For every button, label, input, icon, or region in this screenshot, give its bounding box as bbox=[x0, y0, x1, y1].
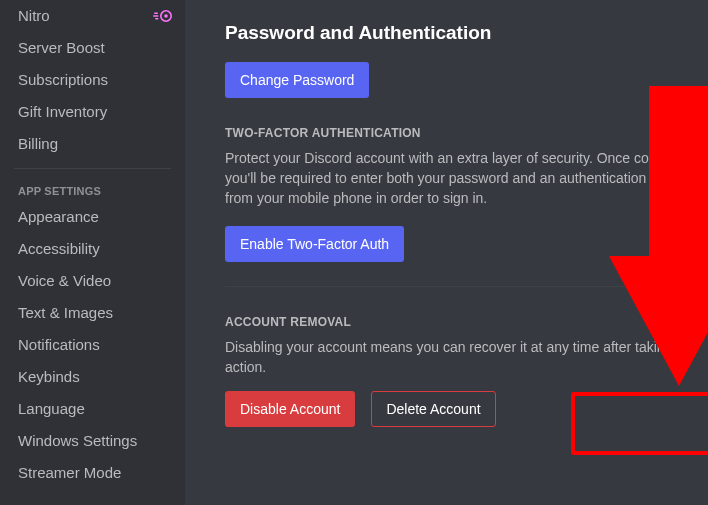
sidebar-item-streamer-mode[interactable]: Streamer Mode bbox=[14, 457, 179, 489]
tfa-description: Protect your Discord account with an ext… bbox=[225, 148, 705, 208]
sidebar-item-windows-settings[interactable]: Windows Settings bbox=[14, 425, 179, 457]
sidebar-item-nitro[interactable]: Nitro bbox=[14, 0, 179, 32]
svg-rect-4 bbox=[155, 18, 159, 20]
sidebar-item-server-boost[interactable]: Server Boost bbox=[14, 32, 179, 64]
sidebar-item-billing[interactable]: Billing bbox=[14, 128, 179, 160]
sidebar-item-label: Keybinds bbox=[18, 368, 80, 385]
delete-account-button[interactable]: Delete Account bbox=[371, 391, 495, 427]
settings-sidebar: Nitro Server Boost Subscriptions Gift In… bbox=[0, 0, 185, 505]
sidebar-item-label: Gift Inventory bbox=[18, 103, 107, 120]
nitro-badge-icon bbox=[153, 8, 173, 22]
sidebar-item-label: Notifications bbox=[18, 336, 100, 353]
sidebar-section-app-settings: APP SETTINGS bbox=[14, 169, 179, 201]
sidebar-item-keybinds[interactable]: Keybinds bbox=[14, 361, 179, 393]
sidebar-item-label: Accessibility bbox=[18, 240, 100, 257]
settings-content: Password and Authentication Change Passw… bbox=[185, 0, 708, 505]
sidebar-item-label: Subscriptions bbox=[18, 71, 108, 88]
sidebar-item-label: Billing bbox=[18, 135, 58, 152]
page-title: Password and Authentication bbox=[225, 22, 708, 44]
disable-account-button[interactable]: Disable Account bbox=[225, 391, 355, 427]
sidebar-item-text-images[interactable]: Text & Images bbox=[14, 297, 179, 329]
sidebar-item-accessibility[interactable]: Accessibility bbox=[14, 233, 179, 265]
svg-point-1 bbox=[164, 14, 168, 18]
tfa-section-title: TWO-FACTOR AUTHENTICATION bbox=[225, 126, 708, 140]
enable-2fa-button[interactable]: Enable Two-Factor Auth bbox=[225, 226, 404, 262]
sidebar-item-label: Windows Settings bbox=[18, 432, 137, 449]
sidebar-item-label: Voice & Video bbox=[18, 272, 111, 289]
account-removal-description: Disabling your account means you can rec… bbox=[225, 337, 705, 377]
sidebar-item-label: Appearance bbox=[18, 208, 99, 225]
change-password-button[interactable]: Change Password bbox=[225, 62, 369, 98]
sidebar-item-appearance[interactable]: Appearance bbox=[14, 201, 179, 233]
sidebar-item-label: Language bbox=[18, 400, 85, 417]
sidebar-item-gift-inventory[interactable]: Gift Inventory bbox=[14, 96, 179, 128]
sidebar-item-label: Text & Images bbox=[18, 304, 113, 321]
account-removal-title: ACCOUNT REMOVAL bbox=[225, 315, 708, 329]
sidebar-item-label: Streamer Mode bbox=[18, 464, 121, 481]
sidebar-item-notifications[interactable]: Notifications bbox=[14, 329, 179, 361]
svg-rect-3 bbox=[153, 15, 159, 17]
sidebar-item-voice-video[interactable]: Voice & Video bbox=[14, 265, 179, 297]
sidebar-item-language[interactable]: Language bbox=[14, 393, 179, 425]
section-divider bbox=[225, 286, 685, 287]
sidebar-item-label: Nitro bbox=[18, 7, 50, 24]
account-removal-buttons: Disable Account Delete Account bbox=[225, 391, 708, 427]
sidebar-item-subscriptions[interactable]: Subscriptions bbox=[14, 64, 179, 96]
sidebar-item-label: Server Boost bbox=[18, 39, 105, 56]
svg-rect-2 bbox=[154, 13, 158, 15]
